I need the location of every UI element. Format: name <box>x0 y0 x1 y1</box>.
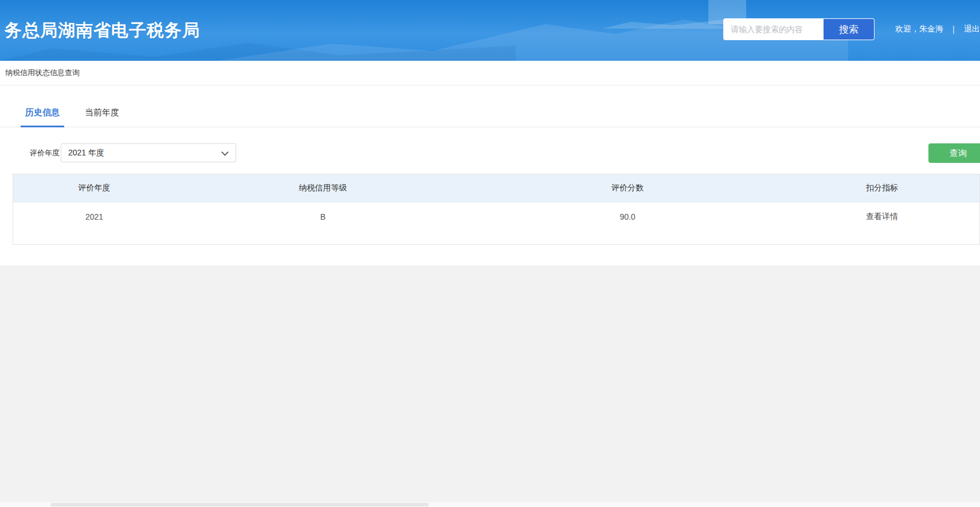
cell-evaluation-year: 2021 <box>13 202 175 232</box>
query-form: 评价年度： 2021 年度 查询 <box>0 143 980 163</box>
view-detail-link[interactable]: 查看详情 <box>866 212 898 221</box>
site-title: 务总局湖南省电子税务局 <box>5 19 200 42</box>
site-header: 务总局湖南省电子税务局 搜索 欢迎，朱金海 | 退出 <box>0 0 980 61</box>
evaluation-year-select[interactable]: 2021 年度 <box>61 143 236 162</box>
col-header-deduction-indicator: 扣分指标 <box>785 174 979 202</box>
horizontal-scrollbar[interactable] <box>0 502 980 507</box>
logout-link[interactable]: 退出 <box>964 24 980 34</box>
search-button[interactable]: 搜索 <box>824 19 874 40</box>
evaluation-year-value: 2021 年度 <box>68 148 104 157</box>
search-input[interactable] <box>724 19 824 40</box>
tabs: 历史信息 当前年度 <box>0 107 980 127</box>
query-button[interactable]: 查询 <box>928 143 980 163</box>
breadcrumb: 纳税信用状态信息查询 <box>5 68 80 78</box>
main-content: 历史信息 当前年度 评价年度： 2021 年度 查询 评价年度 纳税信用等级 <box>0 85 980 266</box>
cell-evaluation-score: 90.0 <box>471 202 785 232</box>
cell-credit-level: B <box>175 202 471 232</box>
user-separator: | <box>952 25 955 34</box>
header-search: 搜索 <box>723 18 875 40</box>
page-background <box>0 266 980 507</box>
tab-current-year[interactable]: 当前年度 <box>80 107 124 127</box>
col-header-evaluation-year: 评价年度 <box>13 174 175 202</box>
welcome-text: 欢迎，朱金海 <box>895 24 943 34</box>
chevron-down-icon <box>221 149 229 156</box>
tab-history-info[interactable]: 历史信息 <box>21 107 64 127</box>
credit-table: 评价年度 纳税信用等级 评价分数 扣分指标 2021 B 90.0 查看详情 <box>13 174 979 232</box>
scrollbar-thumb[interactable] <box>50 503 429 506</box>
breadcrumb-bar: 纳税信用状态信息查询 <box>0 61 980 85</box>
col-header-evaluation-score: 评价分数 <box>471 174 785 202</box>
col-header-credit-level: 纳税信用等级 <box>175 174 471 202</box>
table-header-row: 评价年度 纳税信用等级 评价分数 扣分指标 <box>13 174 979 202</box>
page: 务总局湖南省电子税务局 搜索 欢迎，朱金海 | 退出 纳税信用状态信息查询 历史… <box>0 0 980 507</box>
credit-table-card: 评价年度 纳税信用等级 评价分数 扣分指标 2021 B 90.0 查看详情 <box>13 174 980 245</box>
user-area: 欢迎，朱金海 | 退出 <box>895 18 980 40</box>
table-row: 2021 B 90.0 查看详情 <box>13 202 979 232</box>
